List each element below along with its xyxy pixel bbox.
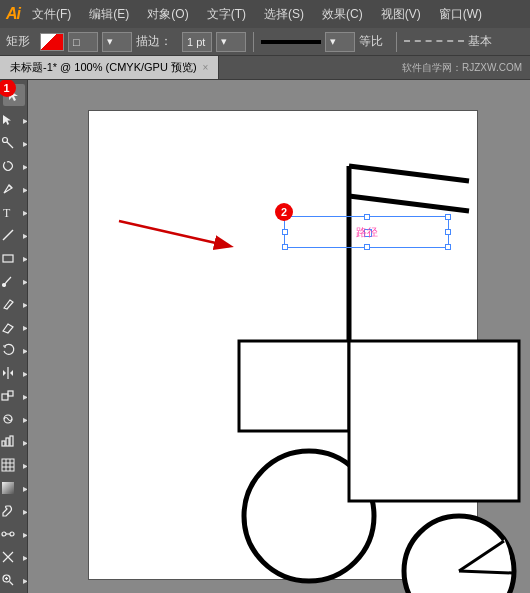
tool-expand-graph[interactable]: ▸ xyxy=(20,431,29,453)
grid-tool[interactable] xyxy=(0,454,19,476)
svg-line-4 xyxy=(9,185,12,188)
proportional-label: 等比 xyxy=(359,33,383,50)
tool-expand-3[interactable]: ▸ xyxy=(20,132,29,154)
tool-expand-lasso[interactable]: ▸ xyxy=(20,155,29,177)
rotate-tool[interactable] xyxy=(0,339,19,361)
art-board: 路径 2 xyxy=(88,110,478,580)
tool-expand-rect[interactable]: ▸ xyxy=(20,247,29,269)
tool-expand-slice[interactable]: ▸ xyxy=(20,546,29,568)
dashed-line-preview xyxy=(404,40,464,44)
direct-select-tool[interactable] xyxy=(0,109,19,131)
tool-expand-rotate[interactable]: ▸ xyxy=(20,339,29,361)
tab-close-button[interactable]: × xyxy=(203,62,209,73)
blend-tool[interactable] xyxy=(0,523,19,545)
magic-wand-tool[interactable] xyxy=(0,132,19,154)
svg-rect-13 xyxy=(8,391,13,396)
svg-rect-17 xyxy=(10,436,13,446)
eyedrop-tool[interactable] xyxy=(0,500,19,522)
watermark-text: 软件自学网：RJZXW.COM xyxy=(402,61,530,75)
tool-expand-pencil[interactable]: ▸ xyxy=(20,293,29,315)
tool-expand-warp[interactable]: ▸ xyxy=(20,408,29,430)
tool-expand-blend[interactable]: ▸ xyxy=(20,523,29,545)
canvas-area[interactable]: 路径 2 xyxy=(28,80,530,593)
title-bar: Ai 文件(F) 编辑(E) 对象(O) 文字(T) 选择(S) 效果(C) 视… xyxy=(0,0,530,28)
tool-expand-eyedrop[interactable]: ▸ xyxy=(20,500,29,522)
pen-tool[interactable] xyxy=(0,178,19,200)
stroke-label: 描边： xyxy=(136,33,172,50)
svg-line-36 xyxy=(349,166,469,181)
stroke-box-control[interactable]: □ xyxy=(68,32,98,52)
scale-tool[interactable] xyxy=(0,385,19,407)
stroke-value-control[interactable]: 1 pt xyxy=(182,32,212,52)
tool-row-mirror: ▸ xyxy=(0,362,28,384)
svg-rect-15 xyxy=(2,441,5,446)
menu-file[interactable]: 文件(F) xyxy=(28,4,75,25)
tool-expand-type[interactable]: ▸ xyxy=(20,201,29,223)
stroke-preview xyxy=(261,40,321,44)
tool-row-zoom: ▸ xyxy=(0,569,28,591)
gradient-tool[interactable] xyxy=(0,477,19,499)
base-label: 基本 xyxy=(468,33,492,50)
menu-object[interactable]: 对象(O) xyxy=(143,4,192,25)
menu-view[interactable]: 视图(V) xyxy=(377,4,425,25)
menu-select[interactable]: 选择(S) xyxy=(260,4,308,25)
svg-marker-10 xyxy=(3,370,6,376)
tool-row-paint: ▸ xyxy=(0,270,28,292)
zoom-tool[interactable] xyxy=(0,569,19,591)
svg-line-37 xyxy=(349,196,469,211)
tool-row-graph: ▸ xyxy=(0,431,28,453)
svg-rect-18 xyxy=(2,459,14,471)
menu-edit[interactable]: 编辑(E) xyxy=(85,4,133,25)
eraser-tool[interactable] xyxy=(0,316,19,338)
svg-rect-38 xyxy=(239,341,349,431)
svg-point-25 xyxy=(10,532,14,536)
tool-expand-pen[interactable]: ▸ xyxy=(20,178,29,200)
tool-expand-mirror[interactable]: ▸ xyxy=(20,362,29,384)
menu-window[interactable]: 窗口(W) xyxy=(435,4,486,25)
tool-expand-zoom[interactable]: ▸ xyxy=(20,569,29,591)
tool-row-eraser: ▸ xyxy=(0,316,28,338)
separator-1 xyxy=(253,32,254,52)
menu-bar[interactable]: 文件(F) 编辑(E) 对象(O) 文字(T) 选择(S) 效果(C) 视图(V… xyxy=(28,4,486,25)
stroke-dropdown[interactable]: ▾ xyxy=(102,32,132,52)
tab-bar: 未标题-1* @ 100% (CMYK/GPU 预览) × 软件自学网：RJZX… xyxy=(0,56,530,80)
line-tool[interactable] xyxy=(0,224,19,246)
tool-expand-line[interactable]: ▸ xyxy=(20,224,29,246)
warp-tool[interactable] xyxy=(0,408,19,430)
svg-line-43 xyxy=(459,571,513,573)
tool-expand-paint[interactable]: ▸ xyxy=(20,270,29,292)
svg-line-6 xyxy=(3,230,13,240)
menu-text[interactable]: 文字(T) xyxy=(203,4,250,25)
app-logo: Ai xyxy=(6,5,20,23)
mirror-tool[interactable] xyxy=(0,362,19,384)
fill-swatch[interactable] xyxy=(40,33,64,51)
tool-expand-scale[interactable]: ▸ xyxy=(20,385,29,407)
menu-effect[interactable]: 效果(C) xyxy=(318,4,367,25)
lasso-tool[interactable] xyxy=(0,155,19,177)
tool-expand-2[interactable]: ▸ xyxy=(20,109,29,131)
tool-row-3: ▸ xyxy=(0,132,28,154)
pencil-tool[interactable] xyxy=(0,293,19,315)
tool-row-2: ▸ xyxy=(0,109,28,131)
tab-title: 未标题-1* @ 100% (CMYK/GPU 预览) xyxy=(10,60,197,75)
tool-row-pen: ▸ xyxy=(0,178,28,200)
tool-row-gradient: ▸ xyxy=(0,477,28,499)
left-toolbar: 1 ▸ ▸ ▸ ▸ T xyxy=(0,80,28,593)
svg-marker-11 xyxy=(10,370,13,376)
slice-tool[interactable] xyxy=(0,546,19,568)
tool-expand-grid[interactable]: ▸ xyxy=(20,454,29,476)
rect-tool[interactable] xyxy=(0,247,19,269)
tool-expand-gradient[interactable]: ▸ xyxy=(20,477,29,499)
paintbrush-tool[interactable] xyxy=(0,270,19,292)
tool-row-pencil: ▸ xyxy=(0,293,28,315)
document-tab[interactable]: 未标题-1* @ 100% (CMYK/GPU 预览) × xyxy=(0,56,219,79)
tool-expand-eraser[interactable]: ▸ xyxy=(20,316,29,338)
tool-row-line: ▸ xyxy=(0,224,28,246)
stroke-unit-dropdown[interactable]: ▾ xyxy=(216,32,246,52)
svg-point-24 xyxy=(2,532,6,536)
stroke-style-dropdown[interactable]: ▾ xyxy=(325,32,355,52)
tool-row-scale: ▸ xyxy=(0,385,28,407)
svg-line-3 xyxy=(7,142,13,148)
type-tool[interactable]: T xyxy=(0,201,19,223)
graph-tool[interactable] xyxy=(0,431,19,453)
